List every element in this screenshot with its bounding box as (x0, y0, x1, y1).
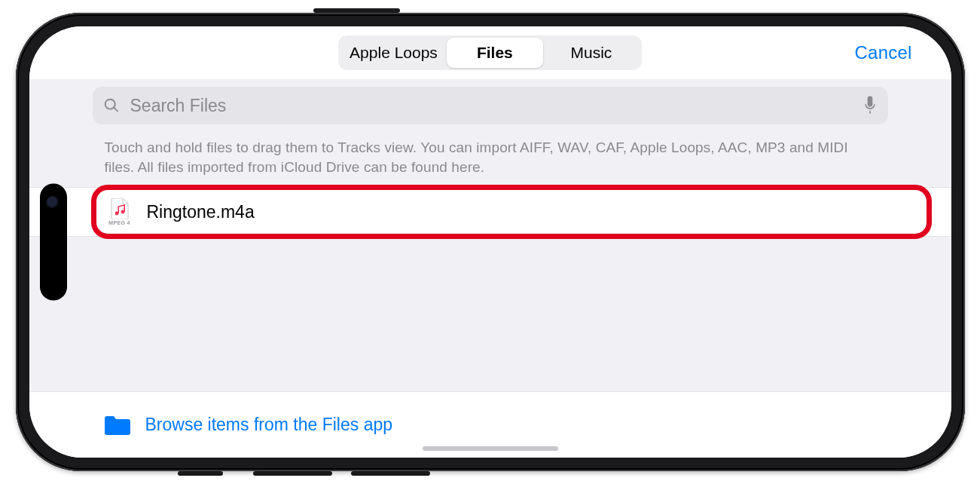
file-list: MPEG 4 Ringtone.m4a (29, 187, 951, 237)
home-indicator[interactable] (423, 446, 558, 451)
tab-apple-loops[interactable]: Apple Loops (340, 38, 447, 68)
side-button-silent (178, 471, 223, 476)
spacer (29, 237, 951, 391)
file-row[interactable]: MPEG 4 Ringtone.m4a (29, 187, 951, 237)
cancel-button[interactable]: Cancel (855, 42, 912, 63)
file-thumbnail: MPEG 4 (105, 197, 135, 227)
mic-icon[interactable] (862, 96, 878, 115)
search-field[interactable] (93, 87, 888, 124)
search-input[interactable] (130, 96, 852, 116)
tab-files[interactable]: Files (447, 38, 543, 68)
screen: Apple Loops Files Music Cancel (29, 26, 951, 458)
side-button-power (313, 8, 400, 13)
folder-icon (105, 414, 130, 437)
side-button-vol-up (253, 471, 332, 476)
app-content: Apple Loops Files Music Cancel (29, 26, 951, 458)
source-segmented-control[interactable]: Apple Loops Files Music (338, 35, 642, 70)
audio-file-icon (108, 198, 131, 219)
header-bar: Apple Loops Files Music Cancel (29, 26, 951, 79)
side-button-vol-down (351, 471, 430, 476)
dynamic-island (40, 184, 67, 301)
file-ext-label: MPEG 4 (108, 220, 130, 225)
import-hint-text: Touch and hold files to drag them to Tra… (29, 133, 951, 187)
search-container (29, 79, 951, 133)
browse-files-label: Browse items from the Files app (145, 415, 393, 435)
file-name: Ringtone.m4a (147, 202, 255, 222)
iphone-frame: Apple Loops Files Music Cancel (16, 13, 965, 471)
search-icon (103, 97, 120, 114)
tab-music[interactable]: Music (543, 38, 640, 68)
